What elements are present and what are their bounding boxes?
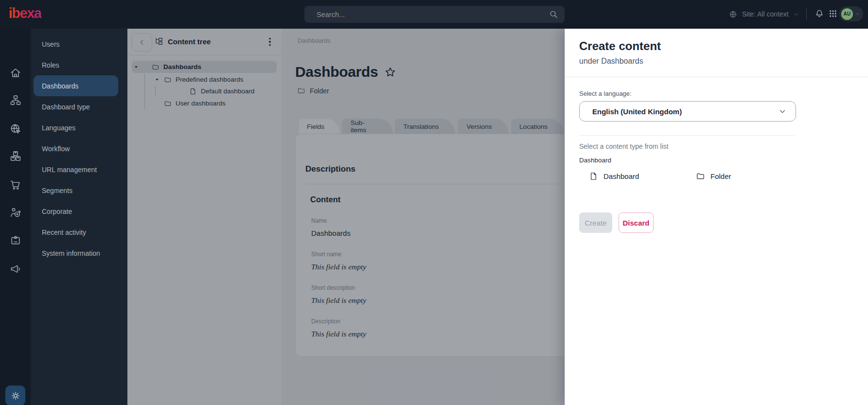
field-label: Short name — [311, 251, 574, 258]
sidebar-item-recent-activity[interactable]: Recent activity — [34, 222, 118, 243]
megaphone-icon — [9, 263, 22, 275]
content-tree-title: Content tree — [168, 37, 211, 46]
field-value-empty: This field is empty — [311, 329, 574, 338]
grid-icon — [828, 9, 838, 18]
panel-divider — [565, 77, 868, 77]
chevron-down-icon — [855, 11, 860, 17]
tree-node-predefined-dashboards[interactable]: Predefined dashboards — [132, 73, 277, 86]
ibexa-logo[interactable]: ibexa — [9, 5, 41, 21]
field-value-empty: This field is empty — [311, 262, 574, 271]
field-name: Name Dashboards — [305, 217, 574, 238]
content-group-heading: Content — [305, 195, 574, 204]
tab-fields[interactable]: Fields — [299, 118, 340, 134]
tree-node-user-dashboards[interactable]: User dashboards — [132, 97, 277, 109]
content-type-option-dashboard[interactable]: Dashboard — [589, 170, 639, 182]
search-input[interactable] — [304, 6, 565, 23]
folder-icon — [164, 100, 172, 107]
sidebar-item-dashboard-type[interactable]: Dashboard type — [34, 96, 118, 117]
sidebar-item-users[interactable]: Users — [34, 34, 118, 54]
field-short-name: Short name This field is empty — [305, 251, 574, 271]
rail-structure-button[interactable] — [9, 94, 22, 106]
content-type-label: Folder — [310, 87, 329, 95]
rail-admin-button-active[interactable] — [5, 386, 25, 405]
page-title: Dashboards — [295, 64, 378, 80]
card-divider — [305, 184, 574, 184]
content-type-group-label: Dashboard — [579, 157, 611, 164]
field-label: Name — [311, 217, 574, 225]
rail-marketing-button[interactable] — [9, 263, 22, 275]
tree-header-divider — [127, 55, 281, 55]
sidebar-item-languages[interactable]: Languages — [34, 117, 118, 138]
rail-corporate-button[interactable] — [9, 234, 22, 247]
sidebar-item-segments[interactable]: Segments — [34, 180, 118, 201]
descriptions-card: Descriptions Content Name Dashboards Sho… — [295, 134, 587, 357]
admin-nav-menu: Users Roles Dashboards Dashboard type La… — [31, 29, 127, 405]
content-type-option-label: Dashboard — [603, 172, 639, 180]
folder-icon — [297, 87, 305, 95]
content-tree-icon — [155, 37, 163, 46]
tree-node-default-dashboard[interactable]: Default dashboard — [132, 85, 277, 97]
content-tree-panel: Content tree Dashboards Predefined dashb… — [127, 29, 281, 405]
rail-personalization-button[interactable] — [9, 206, 22, 219]
breadcrumb[interactable]: Dashboards — [298, 37, 330, 44]
sidebar-item-corporate[interactable]: Corporate — [34, 201, 118, 222]
rail-home-button[interactable] — [9, 67, 22, 79]
home-icon — [9, 67, 22, 79]
id-badge-icon — [9, 234, 22, 247]
sidebar-item-dashboards[interactable]: Dashboards — [34, 75, 118, 96]
field-label: Description — [311, 318, 574, 325]
panel-title: Create content — [579, 39, 661, 53]
caret-down-icon[interactable] — [154, 77, 160, 83]
create-button[interactable]: Create — [579, 212, 612, 233]
sitemap-icon — [9, 94, 22, 106]
notifications-button[interactable] — [813, 7, 826, 20]
content-type-indicator: Folder — [297, 87, 329, 95]
sidebar-item-system-information[interactable]: System information — [34, 243, 118, 264]
field-short-description: Short description This field is empty — [305, 284, 574, 305]
tab-translations[interactable]: Translations — [394, 118, 456, 134]
content-type-option-folder[interactable]: Folder — [696, 170, 731, 182]
tree-options-button[interactable] — [266, 36, 274, 47]
globe-icon — [728, 10, 738, 19]
collapse-tree-button[interactable] — [132, 33, 152, 52]
field-label: Short description — [311, 284, 574, 292]
main-content: Dashboards Dashboards Folder Fields Sub-… — [281, 29, 565, 405]
chevron-left-icon — [138, 38, 146, 46]
person-target-icon — [9, 206, 22, 219]
tree-node-label: Dashboards — [163, 63, 201, 70]
sidebar-item-url-management[interactable]: URL management — [34, 159, 118, 180]
tree-node-label: User dashboards — [176, 100, 226, 107]
star-icon — [384, 66, 397, 79]
language-select-label: Select a language: — [579, 90, 632, 97]
language-select[interactable]: English (United Kingdom) — [579, 101, 796, 122]
chevron-down-icon — [793, 11, 799, 18]
content-type-option-label: Folder — [710, 172, 731, 180]
tree-node-dashboards[interactable]: Dashboards — [132, 61, 277, 73]
cart-icon — [9, 178, 22, 191]
app-switcher-button[interactable] — [827, 7, 839, 20]
sidebar-item-roles[interactable]: Roles — [34, 54, 118, 75]
chevron-down-icon — [778, 107, 787, 116]
folder-icon — [164, 76, 172, 84]
panel-divider — [579, 135, 795, 136]
favorite-star-button[interactable] — [384, 66, 397, 79]
site-context-label: Site: All context — [742, 10, 789, 18]
rail-products-button[interactable] — [9, 150, 22, 162]
caret-down-icon[interactable] — [133, 64, 139, 70]
bell-icon — [814, 8, 825, 19]
globe-cursor-icon — [9, 123, 22, 135]
content-tree-header: Content tree — [127, 29, 281, 55]
boxes-icon — [9, 150, 22, 162]
tab-locations[interactable]: Locations — [511, 118, 564, 134]
tab-sub-items[interactable]: Sub-items — [341, 118, 393, 134]
avatar: AU — [841, 8, 853, 20]
rail-site-button[interactable] — [9, 123, 22, 135]
field-description: Description This field is empty — [305, 318, 574, 338]
rail-commerce-button[interactable] — [9, 178, 22, 191]
user-menu[interactable]: AU — [839, 6, 863, 21]
search-icon — [549, 9, 559, 19]
site-context-selector[interactable]: Site: All context — [728, 7, 799, 21]
sidebar-item-workflow[interactable]: Workflow — [34, 138, 118, 159]
discard-button[interactable]: Discard — [619, 212, 654, 233]
tab-versions[interactable]: Versions — [457, 118, 509, 134]
